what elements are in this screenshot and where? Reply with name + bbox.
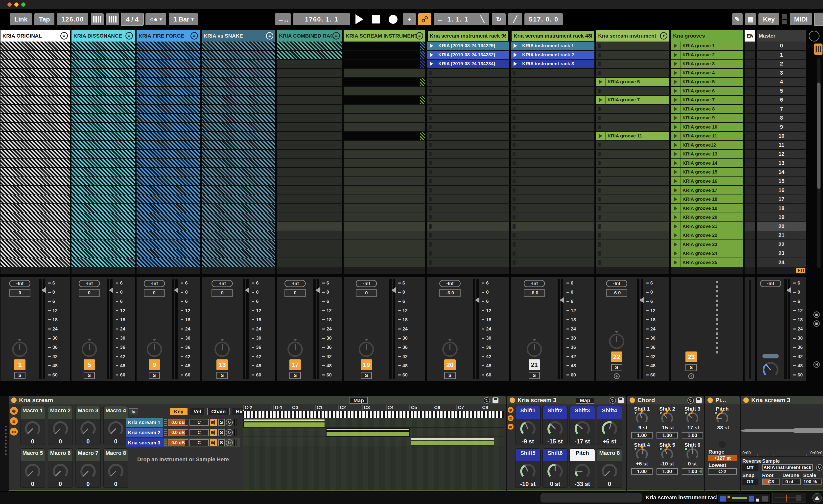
- clip-slot[interactable]: [202, 258, 275, 267]
- hide-devices-icon[interactable]: ▭: [10, 428, 18, 436]
- chord-shift-knob[interactable]: [636, 448, 648, 460]
- device-title-bar[interactable]: Kria scream 3: [507, 396, 626, 405]
- clip-slot[interactable]: [596, 204, 669, 213]
- pan-knob[interactable]: [81, 341, 97, 357]
- clip-slot[interactable]: [427, 150, 509, 159]
- clip-slot[interactable]: [511, 204, 595, 213]
- clip-stop-button[interactable]: [429, 251, 432, 256]
- clip-slot[interactable]: [202, 123, 275, 132]
- chain-list-icon[interactable]: ≣: [10, 417, 18, 425]
- master-menu-icon[interactable]: ≡: [809, 31, 820, 41]
- chain-hot-swap-icon[interactable]: ↻: [226, 439, 233, 446]
- hot-swap-icon[interactable]: ↻: [687, 397, 694, 404]
- clip-stop-button[interactable]: [429, 242, 432, 247]
- clip-slot[interactable]: KRIA groove 24: [671, 249, 743, 258]
- macro-name[interactable]: Shift2: [543, 406, 567, 419]
- track-activator-button[interactable]: 9: [149, 359, 160, 370]
- zone-fade-strip[interactable]: [411, 438, 494, 440]
- volume-value-field[interactable]: 0: [9, 289, 30, 297]
- chain-name[interactable]: Kria scream 1: [126, 418, 163, 427]
- clip-stop-button[interactable]: [513, 170, 515, 174]
- tap-tempo-button[interactable]: Tap: [34, 13, 54, 25]
- zone-bar[interactable]: [326, 431, 409, 437]
- scene-slot[interactable]: 18: [757, 204, 806, 213]
- volume-fader-handle[interactable]: [109, 287, 113, 293]
- volume-fader-handle[interactable]: [315, 287, 320, 293]
- clip-slot[interactable]: [137, 87, 200, 96]
- clip-slot[interactable]: [0, 96, 70, 105]
- clip-slot[interactable]: [71, 51, 135, 60]
- clip-slot[interactable]: [277, 51, 342, 60]
- track-header-master[interactable]: Master: [757, 30, 806, 41]
- clip-slot[interactable]: [202, 204, 275, 213]
- clip-slot[interactable]: [511, 150, 595, 159]
- clip-slot[interactable]: [745, 41, 755, 51]
- clip-slot[interactable]: [344, 78, 425, 87]
- clip-launch-button[interactable]: [671, 222, 680, 231]
- volume-display[interactable]: -Inf: [760, 280, 781, 287]
- clip-slot[interactable]: [344, 168, 425, 177]
- clip-stop-button[interactable]: [598, 125, 601, 129]
- clip-slot[interactable]: [71, 87, 135, 96]
- clip-slot[interactable]: [277, 168, 342, 177]
- clip-slot[interactable]: [511, 159, 595, 168]
- clip-slot[interactable]: [277, 258, 342, 267]
- clip-slot[interactable]: [71, 41, 135, 51]
- clip-stub[interactable]: [420, 59, 425, 68]
- clip-slot[interactable]: [202, 132, 275, 141]
- chain-name[interactable]: Kria scream 3: [126, 438, 163, 447]
- zone-bar[interactable]: [411, 441, 494, 446]
- macro-knob[interactable]: [53, 421, 68, 437]
- ratio-field[interactable]: 1.00: [657, 432, 678, 439]
- clip-slot[interactable]: [71, 123, 135, 132]
- clip-slot[interactable]: [202, 51, 275, 60]
- track-header-kria-scream-instrument[interactable]: KRIA SCREAM INSTRUMENT≡: [344, 30, 425, 41]
- clip-stop-button[interactable]: [598, 224, 601, 229]
- clip-slot[interactable]: [71, 168, 135, 177]
- chord-shift-knob[interactable]: [661, 412, 673, 424]
- track-activator-button[interactable]: 22: [611, 351, 622, 362]
- macro-knob[interactable]: [520, 421, 535, 437]
- clip-slot[interactable]: [137, 51, 200, 60]
- chain-speaker-icon[interactable]: [210, 439, 217, 446]
- sample-chooser[interactable]: KRIA instrument rack: [762, 464, 813, 471]
- clip-stop-button[interactable]: [429, 116, 432, 120]
- clip-slot[interactable]: [511, 96, 595, 105]
- clip-slot[interactable]: [427, 78, 509, 87]
- track-activator-button[interactable]: 21: [529, 359, 540, 370]
- clip-slot[interactable]: [511, 105, 595, 114]
- clip-stop-button[interactable]: [513, 125, 515, 129]
- clip-slot[interactable]: [344, 59, 425, 69]
- device-title-bar[interactable]: Kria scream: [9, 396, 506, 405]
- clip-slot[interactable]: KRIA groove 3: [671, 59, 743, 69]
- volume-fader-handle[interactable]: [639, 297, 644, 303]
- clip-slot[interactable]: [202, 105, 275, 114]
- clip-slot[interactable]: [511, 195, 595, 204]
- clip-stop-button[interactable]: [429, 134, 432, 138]
- volume-display[interactable]: -Inf: [79, 280, 100, 287]
- clip-slot[interactable]: [427, 114, 509, 123]
- clip-slot[interactable]: [344, 51, 425, 60]
- clip-stop-button[interactable]: [429, 170, 432, 174]
- clip-slot[interactable]: [427, 249, 509, 258]
- clip-slot[interactable]: [277, 114, 342, 123]
- macro-value[interactable]: 0: [608, 481, 611, 487]
- clip-slot[interactable]: [596, 123, 669, 132]
- clip-slot[interactable]: [277, 105, 342, 114]
- clip-slot[interactable]: KRIA groove 11: [596, 132, 669, 141]
- macro-value[interactable]: -9 st: [522, 438, 534, 445]
- clip-launch-button[interactable]: [671, 150, 680, 159]
- device-activator[interactable]: [707, 398, 713, 403]
- clip-slot[interactable]: [344, 150, 425, 159]
- clip-stop-button[interactable]: [429, 224, 432, 229]
- volume-fader-handle[interactable]: [786, 287, 791, 293]
- clip-stop-button[interactable]: [513, 134, 515, 138]
- clip-slot[interactable]: [0, 231, 70, 240]
- clip-slot[interactable]: [344, 213, 425, 222]
- clip-stub[interactable]: [420, 51, 425, 59]
- macro-knob[interactable]: [108, 464, 124, 479]
- clip-slot[interactable]: [137, 231, 200, 240]
- volume-display[interactable]: -Inf: [285, 280, 306, 287]
- clip-slot[interactable]: KRIA groove12: [671, 141, 743, 150]
- macro-name[interactable]: Macro 4: [104, 406, 128, 419]
